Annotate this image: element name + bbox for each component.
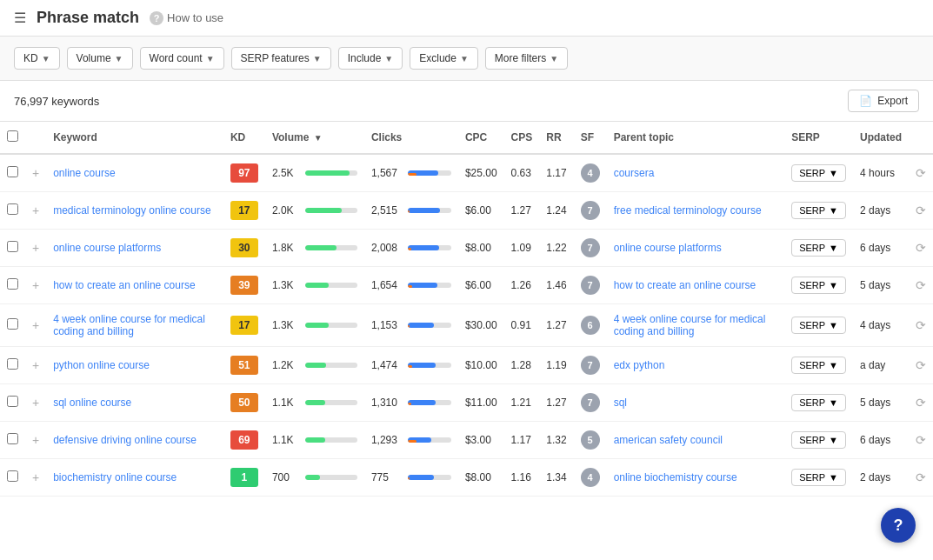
keyword-link-6[interactable]: sql online course bbox=[53, 397, 131, 409]
updated-6: 5 days bbox=[853, 384, 909, 422]
clicks-bar-8 bbox=[408, 475, 451, 480]
cps-1: 1.27 bbox=[504, 192, 540, 230]
select-all-checkbox[interactable] bbox=[7, 130, 18, 142]
updated-4: 4 days bbox=[853, 304, 909, 347]
volume-filter-label: Volume bbox=[77, 52, 111, 64]
export-button[interactable]: 📄 Export bbox=[848, 90, 919, 112]
col-clicks: Clicks bbox=[364, 122, 458, 154]
kd-filter-button[interactable]: KD ▼ bbox=[14, 47, 60, 70]
add-keyword-icon-0[interactable]: + bbox=[32, 166, 39, 180]
include-filter-button[interactable]: Include ▼ bbox=[338, 47, 403, 70]
include-filter-label: Include bbox=[348, 52, 382, 64]
how-to-use-link[interactable]: ? How to use bbox=[150, 11, 223, 25]
parent-topic-link-8[interactable]: online biochemistry course bbox=[614, 471, 737, 483]
row-checkbox-4[interactable] bbox=[7, 318, 18, 330]
serp-dropdown-8[interactable]: SERP ▼ bbox=[791, 469, 846, 486]
serp-dropdown-0[interactable]: SERP ▼ bbox=[791, 164, 846, 182]
cps-2: 1.09 bbox=[504, 230, 540, 267]
serp-features-filter-button[interactable]: SERP features ▼ bbox=[231, 47, 331, 70]
volume-bar-0 bbox=[305, 170, 357, 176]
volume-bar-1 bbox=[305, 208, 357, 213]
exclude-filter-label: Exclude bbox=[419, 52, 457, 64]
hamburger-menu-icon[interactable]: ☰ bbox=[14, 10, 26, 26]
volume-sort-icon: ▼ bbox=[314, 133, 323, 143]
row-checkbox-1[interactable] bbox=[7, 203, 18, 215]
keyword-link-4[interactable]: 4 week online course for medical coding … bbox=[53, 313, 205, 337]
more-filters-dropdown-arrow-icon: ▼ bbox=[550, 54, 558, 63]
refresh-icon-1[interactable]: ⟳ bbox=[916, 203, 926, 217]
keyword-link-5[interactable]: python online course bbox=[53, 359, 150, 371]
updated-5: a day bbox=[853, 347, 909, 384]
keyword-link-2[interactable]: online course platforms bbox=[53, 242, 161, 254]
more-filters-button[interactable]: More filters ▼ bbox=[485, 47, 568, 70]
keyword-link-1[interactable]: medical terminology online course bbox=[53, 204, 210, 217]
row-checkbox-8[interactable] bbox=[7, 470, 18, 482]
refresh-icon-4[interactable]: ⟳ bbox=[916, 318, 926, 332]
rr-8: 1.34 bbox=[539, 459, 573, 497]
row-checkbox-5[interactable] bbox=[7, 358, 18, 370]
sf-badge-6: 7 bbox=[581, 393, 600, 412]
add-keyword-icon-4[interactable]: + bbox=[32, 318, 39, 332]
parent-topic-link-6[interactable]: sql bbox=[614, 397, 627, 409]
updated-1: 2 days bbox=[853, 192, 909, 230]
serp-dropdown-2[interactable]: SERP ▼ bbox=[791, 239, 846, 257]
keyword-link-8[interactable]: biochemistry online course bbox=[53, 471, 177, 483]
rr-0: 1.17 bbox=[539, 154, 573, 192]
refresh-icon-3[interactable]: ⟳ bbox=[916, 278, 926, 292]
row-checkbox-7[interactable] bbox=[7, 433, 18, 444]
keyword-link-7[interactable]: defensive driving online course bbox=[53, 434, 197, 446]
add-keyword-icon-8[interactable]: + bbox=[32, 470, 39, 484]
word-count-filter-button[interactable]: Word count ▼ bbox=[140, 47, 224, 70]
parent-topic-link-7[interactable]: american safety council bbox=[614, 434, 723, 446]
add-keyword-icon-7[interactable]: + bbox=[32, 433, 39, 447]
add-keyword-icon-6[interactable]: + bbox=[32, 396, 39, 410]
serp-dropdown-7[interactable]: SERP ▼ bbox=[791, 431, 846, 449]
click-bar-orange-2 bbox=[408, 248, 411, 250]
volume-text-0: 2.5K bbox=[272, 167, 300, 179]
keyword-link-3[interactable]: how to create an online course bbox=[53, 279, 195, 291]
row-checkbox-6[interactable] bbox=[7, 396, 18, 407]
rr-6: 1.27 bbox=[539, 384, 573, 422]
serp-dropdown-3[interactable]: SERP ▼ bbox=[791, 277, 846, 294]
add-keyword-icon-1[interactable]: + bbox=[32, 203, 39, 217]
cps-0: 0.63 bbox=[504, 154, 540, 192]
parent-topic-link-1[interactable]: free medical terminology course bbox=[614, 204, 762, 217]
add-keyword-icon-5[interactable]: + bbox=[32, 358, 39, 372]
sf-badge-5: 7 bbox=[581, 356, 600, 375]
refresh-icon-2[interactable]: ⟳ bbox=[916, 241, 926, 255]
exclude-filter-button[interactable]: Exclude ▼ bbox=[410, 47, 478, 70]
parent-topic-link-2[interactable]: online course platforms bbox=[614, 242, 722, 254]
refresh-icon-5[interactable]: ⟳ bbox=[916, 358, 926, 372]
serp-arrow-icon-4: ▼ bbox=[829, 320, 838, 330]
volume-text-6: 1.1K bbox=[272, 397, 300, 409]
parent-topic-link-5[interactable]: edx python bbox=[614, 359, 665, 371]
add-keyword-icon-2[interactable]: + bbox=[32, 241, 39, 255]
serp-dropdown-1[interactable]: SERP ▼ bbox=[791, 202, 846, 219]
keyword-link-0[interactable]: online course bbox=[53, 167, 115, 179]
more-filters-label: More filters bbox=[495, 52, 546, 64]
top-bar: ☰ Phrase match ? How to use bbox=[0, 0, 933, 37]
serp-dropdown-4[interactable]: SERP ▼ bbox=[791, 317, 846, 334]
refresh-icon-0[interactable]: ⟳ bbox=[916, 166, 926, 180]
parent-topic-link-3[interactable]: how to create an online course bbox=[614, 279, 756, 291]
table-row: + medical terminology online course 17 2… bbox=[0, 192, 933, 230]
col-cpc: CPC bbox=[458, 122, 504, 154]
refresh-icon-7[interactable]: ⟳ bbox=[916, 433, 926, 447]
refresh-icon-6[interactable]: ⟳ bbox=[916, 396, 926, 410]
parent-topic-link-0[interactable]: coursera bbox=[614, 167, 655, 179]
serp-dropdown-5[interactable]: SERP ▼ bbox=[791, 357, 846, 374]
row-checkbox-2[interactable] bbox=[7, 241, 18, 252]
refresh-icon-8[interactable]: ⟳ bbox=[916, 470, 926, 484]
parent-topic-link-4[interactable]: 4 week online course for medical coding … bbox=[614, 313, 766, 337]
volume-filter-button[interactable]: Volume ▼ bbox=[67, 47, 133, 70]
volume-bar-fill-7 bbox=[305, 437, 325, 443]
add-keyword-icon-3[interactable]: + bbox=[32, 278, 39, 292]
col-volume[interactable]: Volume ▼ bbox=[265, 122, 364, 154]
click-bar-blue-1 bbox=[408, 208, 441, 213]
row-checkbox-3[interactable] bbox=[7, 278, 18, 290]
row-checkbox-0[interactable] bbox=[7, 166, 18, 177]
volume-text-1: 2.0K bbox=[272, 204, 300, 217]
table-row: + 4 week online course for medical codin… bbox=[0, 304, 933, 347]
serp-dropdown-6[interactable]: SERP ▼ bbox=[791, 394, 846, 411]
volume-bar-4 bbox=[305, 323, 357, 328]
